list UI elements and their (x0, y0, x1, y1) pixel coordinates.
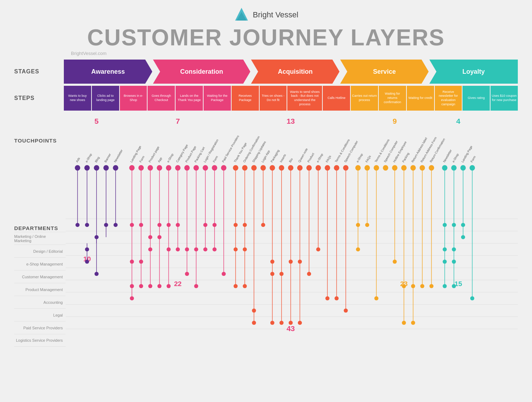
svg-text:Form: Form (470, 155, 477, 163)
steps-label: STEPS (14, 95, 64, 101)
count-logistics: 43 (287, 324, 295, 333)
dept-dot-mkt-eshop (85, 223, 89, 227)
count-accounting-consideration: 22 (174, 280, 182, 287)
svg-point-163 (252, 321, 256, 325)
tp-label-blog: Blog (94, 156, 100, 163)
svg-point-164 (270, 321, 275, 325)
stage-acquisition: Acquisition (251, 60, 339, 84)
svg-point-234 (443, 284, 447, 288)
dept-label-logistics: Logistics Service Providers (14, 334, 66, 347)
svg-text:e-Shop: e-Shop (316, 153, 324, 163)
svg-text:Packing: Packing (401, 152, 410, 163)
svg-text:Banner: Banner (104, 153, 112, 163)
left-labels: TOUCHPOINTS DEPARTMENTS Marketing / Onli… (14, 113, 66, 363)
dept-dot-mkt-banner (104, 223, 108, 227)
svg-point-90 (148, 284, 153, 288)
dept-label-eshop: e-Shop Management (14, 257, 66, 270)
tp-label-banner: Banner (104, 153, 112, 163)
step-6: Receives Package (232, 86, 259, 111)
svg-point-89 (139, 284, 143, 288)
tp-label-eshop1: e-Shop (84, 153, 93, 163)
step-0: Wants to buy new shoes (64, 86, 91, 111)
svg-point-72 (203, 247, 207, 252)
main-title: CUSTOMER JOURNEY LAYERS (14, 24, 518, 51)
logo-icon (234, 7, 249, 23)
svg-point-145 (307, 272, 311, 276)
svg-text:e-Shop: e-Shop (166, 153, 174, 163)
svg-text:e-Shop: e-Shop (84, 153, 93, 163)
step-2: Browses in e-Shop (120, 86, 147, 111)
count-acquisition: 13 (287, 117, 295, 125)
svg-point-223 (461, 235, 465, 239)
chart-svg: Ads e-Shop Blog Banner Newsletter 5 (66, 113, 518, 362)
logo-area: Bright Vessel (14, 7, 518, 23)
step-9: Calls Hotline (323, 86, 350, 111)
svg-point-149 (243, 284, 247, 288)
svg-point-165 (279, 321, 284, 325)
touchpoints-label: TOUCHPOINTS (14, 138, 66, 144)
count-consideration: 7 (176, 117, 180, 125)
svg-text:Form: Form (212, 155, 219, 163)
dept-dot-pm-blog (94, 272, 99, 276)
svg-point-157 (344, 308, 348, 313)
stage-consideration: Consideration (153, 60, 250, 84)
svg-point-237 (470, 296, 475, 301)
step-4: Lands on the Thank You page (176, 86, 203, 111)
page: Bright Vessel CUSTOMER JOURNEY LAYERS Br… (0, 0, 532, 402)
svg-point-200 (420, 284, 425, 288)
svg-point-235 (452, 284, 456, 288)
dept-label-legal: Legal (14, 308, 66, 321)
svg-point-193 (393, 259, 397, 264)
step-3: Goes through Checkout (148, 86, 175, 111)
svg-point-81 (222, 272, 226, 276)
svg-text:Bio: Bio (288, 157, 294, 163)
count-awareness: 5 (94, 117, 99, 125)
svg-text:Newsletter: Newsletter (113, 149, 123, 163)
stages-container: Awareness Consideration Acquisition Serv… (64, 60, 518, 84)
svg-point-167 (298, 321, 302, 325)
step-5: Waiting for the Package (204, 86, 231, 111)
stage-loyalty: Loyalty (430, 60, 518, 84)
svg-text:Blog: Blog (94, 156, 100, 163)
steps-row: STEPS Wants to buy new shoes Clicks ad t… (14, 86, 518, 111)
svg-text:e-Shop: e-Shop (451, 153, 460, 163)
svg-point-95 (130, 296, 134, 301)
svg-text:Ads: Ads (75, 157, 81, 163)
svg-point-148 (234, 284, 238, 288)
svg-point-166 (289, 321, 293, 325)
step-14: Gives rating (462, 86, 490, 111)
svg-point-133 (316, 247, 321, 252)
step-7: Tries on shoes - Do not fit (260, 86, 287, 111)
svg-text:Form: Form (139, 155, 145, 163)
svg-point-189 (365, 223, 370, 227)
svg-point-201 (430, 284, 434, 288)
svg-text:Newsletter: Newsletter (442, 149, 453, 163)
svg-point-207 (411, 321, 415, 325)
dept-row-labels: Marketing / Online Marketing Design / Ed… (14, 232, 66, 347)
svg-point-93 (194, 284, 198, 288)
tp-label-ads: Ads (75, 157, 81, 163)
svg-point-127 (261, 223, 265, 227)
svg-text:Packaging: Packaging (270, 149, 280, 163)
svg-text:Inserts: Inserts (279, 153, 287, 163)
dept-label-accounting: Accounting (14, 296, 66, 308)
steps-container: Wants to buy new shoes Clicks ad to land… (64, 86, 518, 111)
count-loyalty: 4 (456, 117, 460, 125)
logo-text: Bright Vessel (253, 10, 298, 19)
svg-text:Product: Product (306, 152, 315, 163)
svg-point-91 (157, 284, 162, 288)
svg-point-206 (402, 321, 406, 325)
dept-dot-mkt-news (113, 223, 118, 227)
svg-point-69 (176, 247, 180, 252)
subtitle: BrightVessel.com (71, 51, 518, 56)
stage-awareness: Awareness (64, 60, 152, 84)
dept-label-prodmgmt: Product Management (14, 283, 66, 296)
stages-label: STAGES (14, 68, 64, 75)
step-11: Waiting for returns confirmation (379, 86, 406, 111)
svg-point-92 (167, 284, 171, 288)
svg-text:Return Address label: Return Address label (411, 137, 428, 163)
step-12: Waiting for credit (407, 86, 434, 111)
svg-point-80 (185, 272, 189, 276)
count-service: 9 (393, 117, 397, 125)
svg-text:FAQs: FAQs (365, 155, 371, 163)
